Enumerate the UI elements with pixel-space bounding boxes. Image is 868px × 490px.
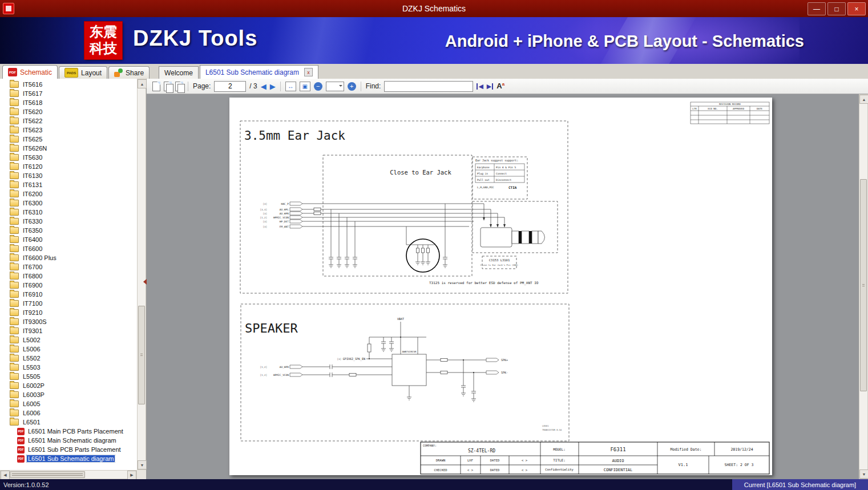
tree-folder-item[interactable]: L6006 [0,408,137,418]
folder-icon [10,264,19,270]
tree-folder-item[interactable]: L5002 [0,335,137,345]
scroll-up-icon[interactable]: ▲ [859,95,868,104]
find-previous-icon[interactable]: ◀ [477,83,483,90]
folder-icon [10,318,19,325]
tree-folder-item[interactable]: IT7100 [0,299,137,308]
tree-folder-item[interactable]: IT5625 [0,135,137,144]
tree-folder-label: IT9210 [22,309,43,316]
sidebar-horizontal-scrollbar[interactable]: ◀ ▶ [0,470,137,479]
zoom-in-icon[interactable]: + [348,82,356,91]
sidebar-scroll-thumb[interactable] [138,306,145,404]
tree-pdf-item[interactable]: PDF L6501 Main PCB Parts Placement [0,427,137,436]
viewer-vertical-scrollbar[interactable]: ▲ ▼ [859,94,868,479]
fit-page-icon[interactable]: ▣ [300,82,310,91]
find-input[interactable] [384,81,473,92]
tree-folder-item[interactable]: IT6330 [0,217,137,226]
tree-folder-item[interactable]: L5503 [0,363,137,372]
view-continuous-icon[interactable] [175,82,183,91]
tree-folder-item[interactable]: IT6130 [0,171,137,180]
tree-folder-item[interactable]: IT6300 [0,199,137,208]
sidebar-vertical-scrollbar[interactable]: ▲ ▼ [137,79,146,470]
find-next-icon[interactable]: ▶ [487,83,493,90]
tab-bar: PDF Schematic PADS Layout Share Welcome … [0,64,868,79]
view-facing-pages-icon[interactable] [164,82,172,91]
tree-pdf-item[interactable]: PDF L6501 Sub PCB Parts Placement [0,445,137,454]
tree-folder-label: IT6910 [22,291,43,298]
tree-folder-item[interactable]: IT6120 [0,162,137,171]
tree-folder-item[interactable]: L6005 [0,399,137,408]
zoom-out-icon[interactable]: − [314,82,322,91]
tree-folder-item[interactable]: IT6200 [0,189,137,199]
zoom-level-select[interactable] [326,82,344,91]
current-document-label: Current [L6501 Sub Schematic diagram] [732,479,868,490]
scroll-thumb-grip [140,354,143,357]
tree-folder-item[interactable]: IT6400 [0,235,137,244]
toolbar-separator [280,82,281,91]
window-title: DZKJ Schematics [0,4,868,13]
tree-folder-item[interactable]: IT5620 [0,107,137,116]
tree-folder-item[interactable]: L5505 [0,372,137,381]
pdf-canvas[interactable]: REVISION RECORD LTR ECO NO. APPROVED DAT… [147,94,859,479]
next-page-icon[interactable]: ▶ [270,83,276,90]
tree-folder-item[interactable]: IT5630 [0,153,137,162]
scroll-right-icon[interactable]: ▶ [127,471,136,480]
scroll-left-icon[interactable]: ◀ [1,471,10,480]
maximize-button[interactable]: □ [827,2,846,15]
tree-folder-item[interactable]: L5006 [0,345,137,354]
fit-width-icon[interactable]: ↔ [285,82,296,91]
sidebar-collapse-handle[interactable] [143,279,147,285]
tree-folder-item[interactable]: IT5626N [0,144,137,153]
minimize-button[interactable]: — [808,2,826,15]
tree-folder-item[interactable]: IT5622 [0,116,137,125]
tree-folder-item[interactable]: IT6700 [0,262,137,272]
viewer-scroll-thumb[interactable] [860,179,867,391]
tree-folder-item[interactable]: IT6600 Plus [0,253,137,262]
page-number-input[interactable] [214,81,246,92]
tree-folder-item[interactable]: IT6600 [0,244,137,253]
earjack-wires [302,204,504,268]
tree-pdf-item[interactable]: PDF L6501 Sub Schematic diagram [0,454,137,463]
folder-icon [10,181,19,188]
tree-folder-item[interactable]: IT6800 [0,272,137,281]
previous-page-icon[interactable]: ◀ [261,83,267,90]
speaker-title: SPEAKER [245,321,298,335]
tree-folder-label: L6003P [22,391,46,398]
tree-folder-item[interactable]: IT9210 [0,308,137,317]
svg-text:[3]: [3] [263,220,267,223]
tree-pdf-item[interactable]: PDF L6501 Main Schematic diagram [0,436,137,445]
tree-folder-item[interactable]: IT6350 [0,226,137,235]
tab-layout[interactable]: PADS Layout [59,66,107,79]
folder-icon [10,282,19,289]
scroll-down-icon[interactable]: ▼ [859,469,868,479]
tree-folder-item[interactable]: IT9300S [0,317,137,326]
tree-folder-item[interactable]: IT6900 [0,281,137,290]
close-tab-icon[interactable]: x [304,68,313,76]
tree-folder-item[interactable]: IT9301 [0,326,137,335]
svg-text:[3]: [3] [263,225,267,228]
tree-folder-item[interactable]: IT5618 [0,98,137,107]
sidebar: IT5616 IT5617 IT5618 IT5620 IT5622 IT562… [0,79,147,479]
tree-folder-label: IT5625 [22,136,43,143]
sidebar-hscroll-thumb[interactable] [10,471,85,478]
tree-folder-item[interactable]: L6002P [0,381,137,390]
tab-welcome[interactable]: Welcome [159,66,199,79]
tree-folder-item[interactable]: IT5623 [0,125,137,135]
tree-folder-item[interactable]: L5502 [0,354,137,363]
tree-folder-item[interactable]: IT6131 [0,180,137,189]
tree-folder-item[interactable]: IT5616 [0,80,137,89]
tree-folder-item[interactable]: IT6310 [0,208,137,217]
view-single-page-icon[interactable] [152,82,160,91]
scroll-down-icon[interactable]: ▼ [138,460,147,469]
tree-folder-item[interactable]: IT6910 [0,290,137,299]
scroll-up-icon[interactable]: ▲ [138,79,147,88]
tab-share[interactable]: Share [108,66,150,79]
tree-folder-item[interactable]: L6501 [0,418,137,427]
tab-document[interactable]: L6501 Sub Schematic diagram x [200,65,318,79]
svg-text:COMPANY:: COMPANY: [423,444,437,447]
text-size-icon[interactable]: Aa [496,82,504,90]
earjack-support-table: Ear Jack suggest support: Earphone Pin 4… [473,157,527,199]
tab-schematic[interactable]: PDF Schematic [2,65,58,79]
tree-folder-item[interactable]: L6003P [0,390,137,399]
tree-folder-item[interactable]: IT5617 [0,89,137,98]
close-button[interactable]: × [847,2,866,15]
